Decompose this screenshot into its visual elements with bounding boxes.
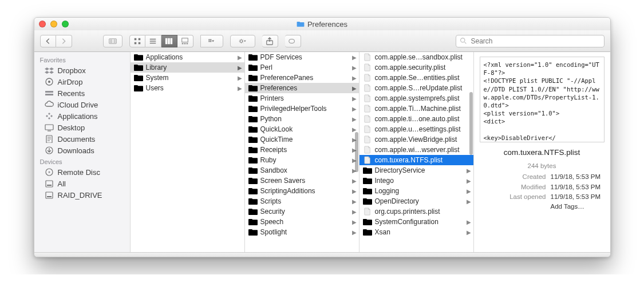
folder-row[interactable]: Perl▶ [245,62,359,73]
svg-rect-12 [208,39,210,40]
folder-row[interactable]: System▶ [131,73,244,83]
zoom-window-button[interactable] [62,21,69,27]
folder-row[interactable]: Applications▶ [131,52,244,62]
file-row[interactable]: com.apple.ViewBridge.plist [359,134,473,145]
sidebar[interactable]: FavoritesDropboxAirDropRecentsiCloud Dri… [34,52,131,252]
arrange-button[interactable] [200,35,223,47]
titlebar[interactable]: Preferences [34,18,610,30]
folder-row[interactable]: Spotlight▶ [245,227,359,237]
chevron-right-icon: ▶ [352,219,357,225]
column-view-button[interactable] [161,35,177,47]
file-row[interactable]: com.apple.Se…entities.plist [359,73,473,83]
folder-icon [248,53,258,61]
chevron-right-icon: ▶ [238,65,242,71]
folder-icon [248,156,258,164]
forward-button[interactable] [56,35,72,47]
minimize-window-button[interactable] [50,21,57,27]
file-row[interactable]: com.apple.ti…one.auto.plist [359,114,473,124]
row-label: ScriptingAdditions [260,187,349,195]
folder-row[interactable]: Security▶ [245,206,359,217]
folder-row[interactable]: ScriptingAdditions▶ [245,186,359,196]
file-row[interactable]: com.apple.se…sandbox.plist [359,52,473,62]
gallery-view-button[interactable] [177,35,193,47]
list-view-button[interactable] [145,35,161,47]
folder-row[interactable]: Intego▶ [359,176,473,186]
folder-row[interactable]: Scripts▶ [245,196,359,206]
file-row[interactable]: com.apple.S…reUpdate.plist [359,83,473,93]
folder-row[interactable]: PreferencePanes▶ [245,73,359,83]
folder-row[interactable]: Python▶ [245,114,359,124]
docs-icon [45,135,54,143]
sidebar-item-label: Desktop [58,123,85,132]
file-row[interactable]: com.apple.systemprefs.plist [359,93,473,103]
folder-row[interactable]: SystemConfiguration▶ [359,217,473,227]
folder-row[interactable]: Users▶ [131,83,244,93]
svg-rect-2 [138,38,140,40]
chevron-right-icon: ▶ [352,116,357,122]
chevron-right-icon: ▶ [352,229,357,236]
size-label: 244 bytes [528,161,556,171]
folder-row[interactable]: Printers▶ [245,93,359,103]
sidebar-item-applications[interactable]: Applications [34,110,130,122]
row-label: Ruby [260,156,349,164]
body: FavoritesDropboxAirDropRecentsiCloud Dri… [34,52,610,252]
row-label: Receipts [260,146,349,154]
sidebar-item-recents[interactable]: Recents [34,87,130,99]
folder-row[interactable]: Sandbox▶ [245,165,359,176]
path-button[interactable] [103,35,123,47]
column-3[interactable]: com.apple.se…sandbox.plistcom.apple.secu… [359,52,474,252]
folder-row[interactable]: QuickTime▶ [245,134,359,145]
apps-icon [45,112,54,120]
scrollbar-thumb[interactable] [355,132,358,172]
sidebar-item-icloud-drive[interactable]: iCloud Drive [34,99,130,110]
tags-button[interactable] [285,35,301,47]
svg-rect-24 [45,125,53,130]
share-button[interactable] [262,35,278,47]
sidebar-item-airdrop[interactable]: AirDrop [34,76,130,87]
folder-row[interactable]: OpenDirectory▶ [359,196,473,206]
folder-row[interactable]: Receipts▶ [245,145,359,155]
sidebar-item-desktop[interactable]: Desktop [34,122,130,133]
folder-row[interactable]: DirectoryService▶ [359,165,473,176]
scrollbar-thumb[interactable] [469,92,473,155]
file-row[interactable]: com.apple.Ti…Machine.plist [359,103,473,114]
folder-row[interactable]: PDF Services▶ [245,52,359,62]
file-row[interactable]: com.tuxera.NTFS.plist [359,155,473,165]
sidebar-item-remote-disc[interactable]: Remote Disc [34,166,130,178]
column-2[interactable]: PDF Services▶Perl▶PreferencePanes▶Prefer… [245,52,359,252]
sidebar-item-documents[interactable]: Documents [34,133,130,145]
folder-row[interactable]: QuickLook▶ [245,124,359,134]
downloads-icon [45,146,54,154]
back-button[interactable] [40,35,56,47]
sidebar-item-raid-drive[interactable]: RAID_DRIVE [34,189,130,201]
folder-icon [248,135,258,144]
close-window-button[interactable] [39,21,46,27]
row-label: Security [260,208,349,216]
file-row[interactable]: com.apple.security.plist [359,62,473,73]
action-button[interactable] [230,35,255,47]
sidebar-item-all[interactable]: All [34,178,130,189]
folder-row[interactable]: Speech▶ [245,217,359,227]
icon-view-button[interactable] [129,35,145,47]
add-tags-link[interactable]: Add Tags… [547,202,605,212]
traffic-lights [39,21,69,27]
folder-row[interactable]: Ruby▶ [245,155,359,165]
sidebar-item-downloads[interactable]: Downloads [34,145,130,156]
sidebar-item-label: Downloads [58,146,94,155]
row-label: Intego [375,177,464,185]
chevron-right-icon: ▶ [467,229,471,236]
file-row[interactable]: com.apple.u…esettings.plist [359,124,473,134]
row-label: com.apple.se…sandbox.plist [375,53,471,61]
folder-row[interactable]: PrivilegedHelperTools▶ [245,103,359,114]
file-row[interactable]: org.cups.printers.plist [359,206,473,217]
folder-row[interactable]: Preferences▶ [245,83,359,93]
folder-row[interactable]: Xsan▶ [359,227,473,237]
finder-window: Preferences FavoritesDropboxAirDropRecen… [34,17,611,257]
sidebar-item-dropbox[interactable]: Dropbox [34,65,130,76]
folder-row[interactable]: Screen Savers▶ [245,176,359,186]
column-1[interactable]: Applications▶Library▶System▶Users▶ [131,52,245,252]
folder-row[interactable]: Library▶ [131,62,244,73]
file-row[interactable]: com.apple.wi…wserver.plist [359,145,473,155]
folder-row[interactable]: Logging▶ [359,186,473,196]
search-input[interactable] [456,35,605,47]
